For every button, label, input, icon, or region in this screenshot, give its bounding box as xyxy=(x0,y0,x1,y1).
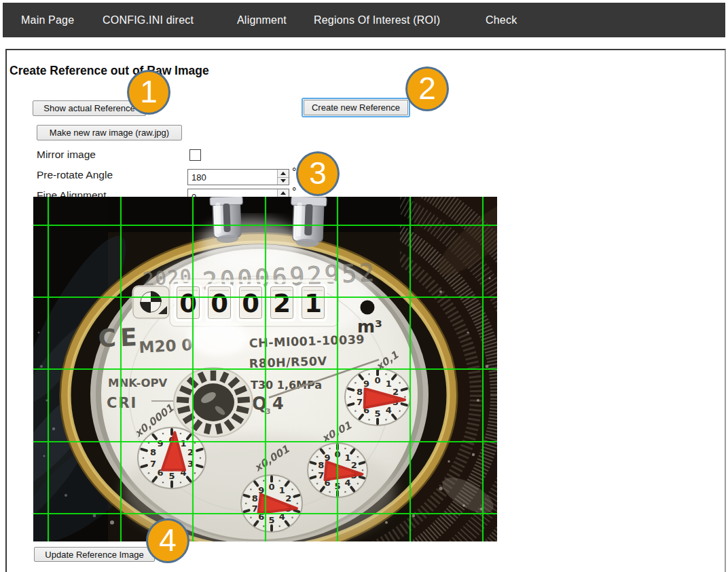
svg-text:2: 2 xyxy=(285,493,291,503)
nav-check[interactable]: Check xyxy=(486,14,517,26)
svg-text:1: 1 xyxy=(304,289,322,318)
clip-left xyxy=(210,197,244,244)
brand2-label: CRI xyxy=(107,395,137,411)
create-new-reference-button[interactable]: Create new Reference xyxy=(304,100,408,115)
update-reference-image-button[interactable]: Update Reference Image xyxy=(34,547,155,562)
flow-q: Q xyxy=(252,394,267,414)
screen: Main Page CONFIG.INI direct Alignment Re… xyxy=(0,0,728,572)
svg-text:2: 2 xyxy=(273,289,291,318)
svg-text:0: 0 xyxy=(268,482,274,492)
svg-text:1: 1 xyxy=(279,485,285,495)
svg-text:5: 5 xyxy=(168,471,175,481)
svg-text:8: 8 xyxy=(252,493,258,503)
callout-3: 3 xyxy=(296,151,340,196)
spec-label: R80H/R50V xyxy=(249,354,327,370)
reference-image-preview: 2020 2000692952 00021 m³ CE M20 0 CH-MI0… xyxy=(33,197,497,541)
prerotate-angle-input[interactable]: 180 xyxy=(187,169,289,185)
mirror-image-label: Mirror image xyxy=(37,149,96,161)
svg-text:2: 2 xyxy=(351,460,357,470)
arrow-up-icon xyxy=(280,191,286,195)
svg-text:1: 1 xyxy=(386,379,392,389)
svg-text:0: 0 xyxy=(211,289,228,318)
prerotate-spinner xyxy=(277,170,289,185)
svg-text:0: 0 xyxy=(374,375,380,385)
prerotate-angle-label: Pre-rotate Angle xyxy=(37,169,113,181)
svg-text:4: 4 xyxy=(386,405,392,415)
svg-text:8: 8 xyxy=(357,387,363,397)
clip-right xyxy=(290,197,327,248)
nav-main-page[interactable]: Main Page xyxy=(21,14,74,26)
flow-value: 4 xyxy=(272,394,284,413)
arrow-up-icon xyxy=(280,172,286,175)
rating-label: T30 1,6MPa xyxy=(251,379,322,392)
svg-text:7: 7 xyxy=(357,397,363,407)
svg-text:1: 1 xyxy=(181,438,187,449)
nav-roi[interactable]: Regions Of Interest (ROI) xyxy=(314,14,440,26)
callout-2: 2 xyxy=(405,66,449,111)
page-title: Create Reference out of Raw Image xyxy=(10,64,209,78)
ce-mark: CE xyxy=(98,323,141,352)
callout-1: 1 xyxy=(127,70,170,115)
svg-text:7: 7 xyxy=(252,503,258,514)
prerotate-angle-value: 180 xyxy=(188,170,277,185)
svg-text:1: 1 xyxy=(344,453,350,463)
svg-text:9: 9 xyxy=(363,379,369,389)
svg-text:4: 4 xyxy=(344,478,350,488)
top-nav: Main Page CONFIG.INI direct Alignment Re… xyxy=(3,3,725,37)
make-new-raw-image-button[interactable]: Make new raw image (raw.jpg) xyxy=(37,125,182,140)
brand-label: MNK-OPV xyxy=(108,377,168,389)
decimal-dot xyxy=(361,301,375,315)
svg-text:8: 8 xyxy=(318,460,324,470)
arrow-down-icon xyxy=(280,179,286,183)
prerotate-spin-up-button[interactable] xyxy=(278,170,289,177)
svg-text:7: 7 xyxy=(318,470,324,480)
create-new-reference-focus-ring: Create new Reference xyxy=(302,98,410,117)
approval-label: M20 0 xyxy=(139,336,193,356)
svg-text:5: 5 xyxy=(374,408,380,419)
svg-text:8: 8 xyxy=(150,447,156,457)
svg-text:5: 5 xyxy=(268,515,274,525)
svg-text:0: 0 xyxy=(179,289,197,318)
fine-spin-up-button[interactable] xyxy=(278,189,289,197)
callout-4: 4 xyxy=(146,518,189,563)
svg-text:7: 7 xyxy=(150,459,156,469)
nav-alignment[interactable]: Alignment xyxy=(237,14,287,26)
mirror-image-checkbox[interactable] xyxy=(189,149,201,161)
svg-text:9: 9 xyxy=(157,438,163,449)
svg-text:0: 0 xyxy=(242,289,259,318)
impeller xyxy=(174,368,253,437)
flow-sub: 3 xyxy=(266,407,271,416)
nav-config-ini[interactable]: CONFIG.INI direct xyxy=(103,14,194,26)
prerotate-spin-down-button[interactable] xyxy=(278,177,289,185)
